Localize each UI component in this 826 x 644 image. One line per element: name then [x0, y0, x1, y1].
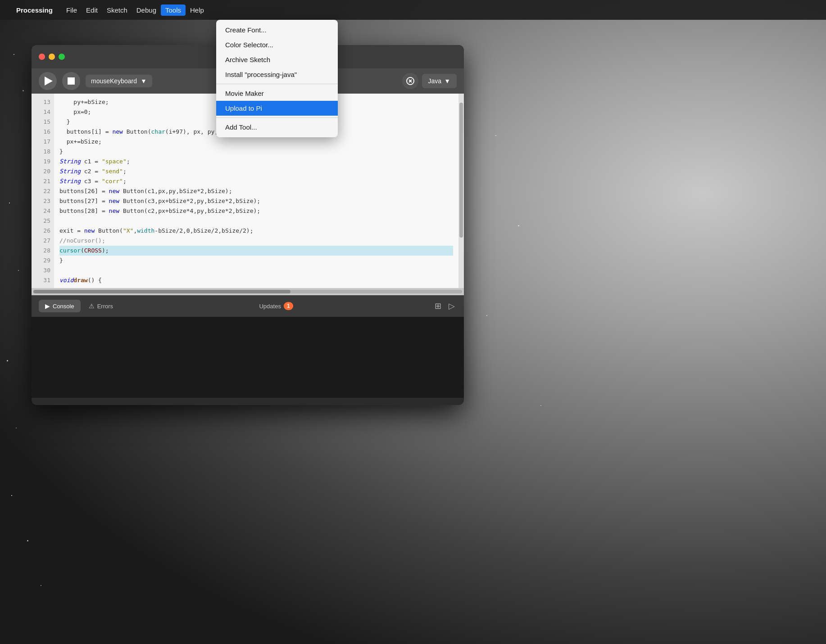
code-line-22: buttons[26] = new Button(c1,px,py,bSize*… [59, 186, 453, 196]
sketch-arrow-icon: ▼ [141, 77, 147, 85]
console-tab[interactable]: ▶ Console [39, 300, 81, 312]
console-tab-label: Console [53, 303, 74, 310]
mode-selector[interactable]: Java ▼ [422, 74, 457, 88]
window-maximize-button[interactable] [59, 54, 65, 60]
code-line-27: //noCursor(); [59, 236, 453, 246]
play-icon [45, 77, 53, 86]
debugger-icon[interactable] [402, 73, 418, 89]
stop-icon [68, 77, 75, 85]
menu-item-upload-to-pi[interactable]: Upload to Pi [216, 101, 338, 116]
code-line-18: } [59, 147, 453, 157]
updates-section[interactable]: Updates 1 [259, 302, 293, 310]
menu-separator-1 [216, 84, 338, 84]
play-button[interactable] [39, 72, 57, 90]
window-close-button[interactable] [39, 54, 45, 60]
sketch-selector[interactable]: mouseKeyboard ▼ [86, 75, 152, 87]
toolbar-left: mouseKeyboard ▼ [39, 72, 152, 90]
horizontal-scrollbar-track [33, 290, 462, 293]
menubar-item-file[interactable]: File [62, 5, 82, 16]
code-line-19: String c1 = "space"; [59, 157, 453, 167]
editor-scrollbar[interactable] [458, 94, 464, 288]
menu-item-archive-sketch[interactable]: Archive Sketch [216, 52, 338, 67]
menu-item-install-processing-java[interactable]: Install "processing-java" [216, 67, 338, 82]
line-numbers: 13 14 15 16 17 18 19 20 21 22 23 24 25 2… [32, 94, 54, 288]
menu-item-add-tool[interactable]: Add Tool... [216, 120, 338, 135]
code-line-25 [59, 216, 453, 226]
code-line-31: void draw() { [59, 275, 453, 285]
code-line-23: buttons[27] = new Button(c3,px+bSize*2,p… [59, 196, 453, 206]
code-line-21: String c3 = "corr"; [59, 176, 453, 186]
horizontal-scrollbar-thumb[interactable] [33, 290, 290, 293]
editor-scrollbar-thumb[interactable] [459, 103, 463, 238]
window-minimize-button[interactable] [49, 54, 55, 60]
app-name[interactable]: Processing [16, 6, 53, 14]
tools-dropdown-menu: Create Font... Color Selector... Archive… [216, 20, 338, 137]
menu-item-color-selector[interactable]: Color Selector... [216, 37, 338, 52]
menubar-item-help[interactable]: Help [186, 5, 209, 16]
menubar: Processing File Edit Sketch Debug Tools … [0, 0, 826, 20]
horizontal-scrollbar[interactable] [32, 288, 464, 295]
errors-tab-label: Errors [97, 303, 113, 310]
code-line-28: cursor(CROSS); [59, 246, 453, 256]
menu-item-create-font[interactable]: Create Font... [216, 23, 338, 37]
code-line-17: px+=bSize; [59, 137, 453, 147]
window-controls [39, 54, 65, 60]
code-line-24: buttons[28] = new Button(c2,px+bSize*4,p… [59, 206, 453, 216]
updates-badge: 1 [284, 302, 293, 310]
console-copy-icon[interactable]: ⊞ [433, 299, 443, 313]
menubar-item-tools[interactable]: Tools [161, 5, 186, 16]
menubar-item-debug[interactable]: Debug [132, 5, 161, 16]
errors-tab-icon: ⚠ [89, 302, 95, 310]
updates-label: Updates [259, 303, 281, 310]
console-icons-right: ⊞ ▷ [433, 299, 457, 313]
mode-arrow-icon: ▼ [444, 77, 450, 85]
console-output [32, 317, 464, 398]
errors-tab[interactable]: ⚠ Errors [82, 300, 119, 312]
menu-separator-2 [216, 117, 338, 118]
console-send-icon[interactable]: ▷ [447, 299, 457, 313]
code-line-29: } [59, 256, 453, 266]
code-line-30 [59, 266, 453, 275]
code-line-20: String c2 = "send"; [59, 167, 453, 176]
code-line-26: exit = new Button("X",width-bSize/2,0,bS… [59, 226, 453, 236]
console-bar: ▶ Console ⚠ Errors Updates 1 ⊞ ▷ [32, 295, 464, 317]
sketch-name: mouseKeyboard [91, 77, 137, 85]
mode-label: Java [428, 77, 442, 85]
menu-item-movie-maker[interactable]: Movie Maker [216, 86, 338, 101]
menubar-item-edit[interactable]: Edit [82, 5, 102, 16]
console-tab-icon: ▶ [45, 302, 50, 310]
console-bar-left: ▶ Console ⚠ Errors [39, 300, 119, 312]
toolbar-right: Java ▼ [402, 73, 457, 89]
menubar-item-sketch[interactable]: Sketch [102, 5, 132, 16]
stop-button[interactable] [62, 72, 80, 90]
